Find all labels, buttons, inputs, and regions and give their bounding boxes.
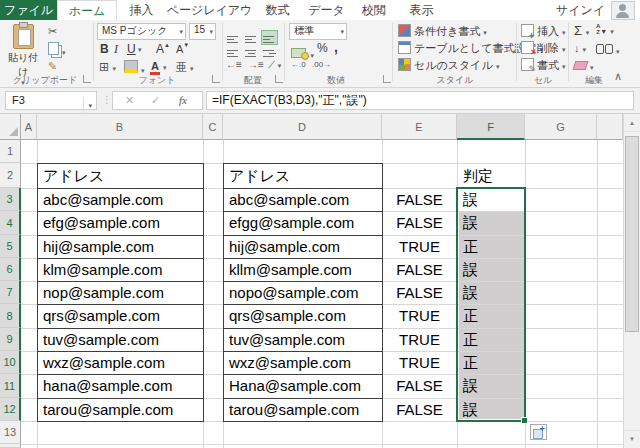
row-header-5[interactable]: 5 [0,235,21,258]
row-header-12[interactable]: 12 [0,398,21,421]
copy-button[interactable]: ▾ [48,42,66,57]
cell-E3[interactable]: FALSE [383,188,456,211]
cell-B12[interactable]: tarou@sample.com [38,398,202,421]
comma-style-button[interactable]: , [334,39,338,55]
scrollbar-up-button[interactable]: ▲ [624,115,640,132]
format-painter-button[interactable]: ✎ [48,60,57,73]
italic-button[interactable]: I [114,42,118,57]
row-header-6[interactable]: 6 [0,258,21,281]
cell-D5[interactable]: hij@sample.com [224,235,381,258]
shrink-font-button[interactable]: A▼ [176,42,189,55]
cell-D4[interactable]: efgg@sample.com [224,211,381,235]
align-right-button[interactable] [262,41,277,60]
cell-D9[interactable]: tuv@sample.com [224,328,381,351]
col-header-B[interactable]: B [37,114,203,140]
collapse-ribbon-button[interactable]: ∧ [614,70,622,83]
col-header-D[interactable]: D [223,114,382,140]
cell-D6[interactable]: kllm@sample.com [224,258,381,281]
name-box-dropdown-icon[interactable]: ▾ [83,97,92,114]
find-select-button[interactable]: ▾ [596,44,620,56]
borders-button[interactable]: ⊞ ▾ [99,60,116,74]
tab-view[interactable]: 表示 [397,0,446,20]
tab-formulas[interactable]: 数式 [253,0,302,20]
row-header-14[interactable] [0,444,21,448]
cell-B11[interactable]: hana@sample.com [38,374,202,398]
select-all-corner[interactable] [0,114,21,140]
cell-E11[interactable]: FALSE [383,374,456,398]
cell-styles-button[interactable]: セルのスタイル ▾ [398,58,499,73]
font-size-combo[interactable]: 15▾ [189,23,216,40]
underline-button[interactable]: U [127,42,136,56]
formula-input[interactable]: =IF(EXACT(B3,D3),"正","誤") [206,91,634,110]
col-header-G[interactable]: G [525,114,597,140]
cell-E6[interactable]: FALSE [383,258,456,281]
cell-B2[interactable]: アドレス [38,163,202,188]
cut-button[interactable]: ✂ [48,25,57,38]
row-header-8[interactable]: 8 [0,304,21,328]
row-header-9[interactable]: 9 [0,328,21,351]
cell-B3[interactable]: abc@sample.com [38,188,202,211]
row-header-7[interactable]: 7 [0,281,21,304]
font-dialog-launcher[interactable] [212,75,220,83]
delete-cells-button[interactable]: ×削除 ▾ [521,41,566,56]
cell-E5[interactable]: TRUE [383,235,456,258]
cell-D7[interactable]: nopo@sample.com [224,281,381,304]
cell-D10[interactable]: wxz@sample.com [224,351,381,374]
insert-cells-button[interactable]: ＋挿入 ▾ [521,24,566,39]
tab-file[interactable]: ファイル [0,0,57,20]
fill-button[interactable]: ↓ ▾ [574,42,586,54]
orientation-button[interactable]: ⟋ ▾ [268,59,281,71]
scrollbar-down-button[interactable]: ▼ [624,430,640,447]
tab-page-layout[interactable]: ページレイアウト [166,0,253,20]
cell-D3[interactable]: abc@sample.com [224,188,381,211]
row-header-3[interactable]: 3 [0,188,21,211]
sign-in-button[interactable]: サインイン [553,0,608,20]
col-header-F[interactable]: F [457,114,525,140]
cell-E8[interactable]: TRUE [383,304,456,328]
clear-button[interactable]: ▾ [574,60,594,72]
cell-E9[interactable]: TRUE [383,328,456,351]
col-header-C[interactable]: C [203,114,223,140]
cell-E12[interactable]: FALSE [383,398,456,421]
sort-filter-button[interactable]: AZ▼ ▾ [596,23,614,36]
tab-review[interactable]: 校閲 [351,0,397,20]
cell-B4[interactable]: efg@sample.com [38,211,202,235]
cell-D11[interactable]: Hana@sample.com [224,374,381,398]
scrollbar-thumb[interactable] [625,136,639,332]
percent-style-button[interactable]: % [317,41,328,55]
align-center-button[interactable] [244,41,259,60]
number-format-combo[interactable]: 標準▾ [289,23,347,40]
decrease-decimal-button[interactable]: .00→ [312,60,331,69]
cell-B10[interactable]: wxz@sample.com [38,351,202,374]
fill-handle[interactable] [521,417,528,424]
row-header-10[interactable]: 10 [0,351,21,374]
cell-B5[interactable]: hij@sample.com [38,235,202,258]
row-header-2[interactable]: 2 [0,163,21,188]
tab-home[interactable]: ホーム [57,0,117,20]
format-cells-button[interactable]: ✎書式 ▾ [521,58,566,73]
align-left-button[interactable] [226,41,241,60]
col-header-partial[interactable] [597,114,623,140]
col-header-E[interactable]: E [382,114,457,140]
phonetic-guide-button[interactable]: 亜 ▾ [176,60,194,75]
increase-indent-button[interactable]: →≡ [248,59,264,70]
row-header-4[interactable]: 4 [0,211,21,235]
cell-B7[interactable]: nop@sample.com [38,281,202,304]
cell-E10[interactable]: TRUE [383,351,456,374]
clipboard-dialog-launcher[interactable] [83,75,91,83]
cell-D2[interactable]: アドレス [224,163,381,188]
conditional-formatting-button[interactable]: 条件付き書式 ▾ [398,24,487,39]
number-dialog-launcher[interactable] [383,75,391,83]
cell-B6[interactable]: klm@sample.com [38,258,202,281]
increase-decimal-button[interactable]: ←.0 [291,60,306,69]
cell-E4[interactable]: FALSE [383,211,456,235]
underline-dropdown-icon[interactable]: ▾ [138,46,142,54]
alignment-dialog-launcher[interactable] [275,75,283,83]
insert-function-icon[interactable]: fx [179,92,187,109]
cancel-icon[interactable]: ✕ [125,92,134,109]
cell-B8[interactable]: qrs@sample.com [38,304,202,328]
cell-F2[interactable]: 判定 [458,163,524,188]
decrease-indent-button[interactable]: ←≡ [226,59,242,70]
col-header-A[interactable]: A [21,114,37,140]
autosum-button[interactable]: Σ ▾ [574,23,589,38]
